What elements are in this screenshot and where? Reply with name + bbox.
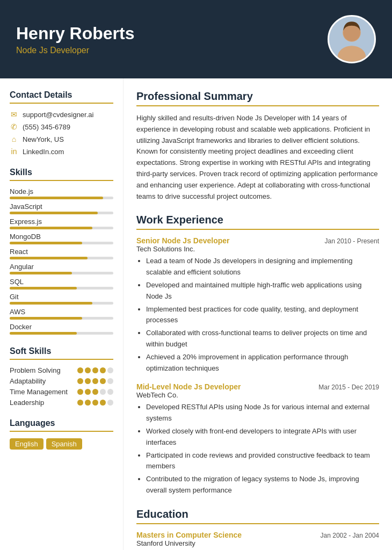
skills-section-title: Skills xyxy=(10,168,113,181)
skill-bar-fill xyxy=(10,332,77,335)
dot-filled xyxy=(100,367,106,373)
work-experience-title: Work Experience xyxy=(136,214,379,230)
contact-icon: ✉ xyxy=(10,110,18,119)
job-bullet: Worked closely with front-end developers… xyxy=(146,426,379,448)
dot-filled xyxy=(77,378,83,384)
dot-empty xyxy=(107,389,113,395)
skill-item: Express.js xyxy=(10,218,113,229)
dot-filled xyxy=(100,378,106,384)
skill-bar-fill xyxy=(10,242,82,244)
skill-bar-fill xyxy=(10,302,92,305)
soft-skill-item: Problem Solving xyxy=(10,366,113,374)
contact-icon: ⌂ xyxy=(10,135,18,143)
skill-bar-fill xyxy=(10,272,72,274)
dot-filled xyxy=(92,389,98,395)
skill-bar-fill xyxy=(10,227,92,229)
contact-icon: in xyxy=(10,147,18,156)
contact-item: inLinkedIn.com xyxy=(10,147,113,156)
skill-bar-bg xyxy=(10,227,113,229)
resume-container: Henry Roberts Node Js Developer Contact … xyxy=(0,0,392,550)
job-bullets: Lead a team of Node Js developers in des… xyxy=(136,256,379,374)
skill-bar-bg xyxy=(10,257,113,259)
skill-item: AWS xyxy=(10,308,113,320)
job-bullet: Implemented best practices for code qual… xyxy=(146,304,379,327)
skill-bar-fill xyxy=(10,287,77,290)
job-dates: Jan 2010 - Present xyxy=(325,237,379,245)
dot-filled xyxy=(85,400,91,406)
job-title: Mid-Level Node Js Developer xyxy=(136,382,241,391)
dot-empty xyxy=(107,400,113,406)
soft-skill-name: Time Management xyxy=(10,388,68,396)
dot-filled xyxy=(92,378,98,384)
skill-bar-bg xyxy=(10,272,113,274)
contact-value: (555) 345-6789 xyxy=(23,123,70,131)
skill-item: Node.js xyxy=(10,187,113,199)
skill-bar-bg xyxy=(10,212,113,214)
soft-skills-section: Soft Skills Problem SolvingAdaptabilityT… xyxy=(10,346,113,407)
job-bullet: Participated in code reviews and provide… xyxy=(146,450,379,473)
skill-bar-bg xyxy=(10,317,113,320)
contact-section-title: Contact Details xyxy=(10,90,113,104)
work-experience-section: Work Experience Senior Node Js Developer… xyxy=(136,214,379,496)
edu-header: Masters in Computer ScienceJan 2002 - Ja… xyxy=(136,531,379,539)
dot-filled xyxy=(85,389,91,395)
contact-section: Contact Details ✉support@cvdesigner.ai✆(… xyxy=(10,90,113,156)
soft-skill-dots xyxy=(77,378,113,384)
candidate-name: Henry Roberts xyxy=(16,24,135,44)
skill-bar-bg xyxy=(10,287,113,290)
sidebar: Contact Details ✉support@cvdesigner.ai✆(… xyxy=(0,78,124,550)
dot-filled xyxy=(77,389,83,395)
languages-section-title: Languages xyxy=(10,418,113,432)
job-bullet: Developed and maintained multiple high-t… xyxy=(146,280,379,302)
skill-item: Angular xyxy=(10,263,113,274)
contact-item: ✉support@cvdesigner.ai xyxy=(10,110,113,119)
soft-skills-list: Problem SolvingAdaptabilityTime Manageme… xyxy=(10,366,113,407)
language-tag: English xyxy=(10,438,43,450)
job-title: Senior Node Js Developer xyxy=(136,236,230,245)
soft-skill-name: Adaptability xyxy=(10,377,46,385)
main-content: Professional Summary Highly skilled and … xyxy=(124,78,392,550)
skill-bar-bg xyxy=(10,332,113,335)
skill-bar-fill xyxy=(10,212,98,214)
skill-name: AWS xyxy=(10,308,113,316)
language-tag: Spanish xyxy=(46,438,82,450)
skill-item: JavaScript xyxy=(10,202,113,214)
dot-filled xyxy=(85,367,91,373)
dot-filled xyxy=(92,400,98,406)
soft-skills-section-title: Soft Skills xyxy=(10,346,113,360)
skill-name: Node.js xyxy=(10,187,113,196)
contact-icon: ✆ xyxy=(10,122,18,131)
soft-skill-name: Problem Solving xyxy=(10,366,61,374)
job-item: Senior Node Js DeveloperJan 2010 - Prese… xyxy=(136,236,379,374)
skill-bar-fill xyxy=(10,197,103,199)
soft-skill-dots xyxy=(77,367,113,373)
soft-skill-item: Adaptability xyxy=(10,377,113,385)
soft-skill-dots xyxy=(77,389,113,395)
dot-filled xyxy=(100,400,106,406)
job-item: Mid-Level Node Js DeveloperMar 2015 - De… xyxy=(136,382,379,496)
dot-empty xyxy=(107,378,113,384)
languages-section: Languages EnglishSpanish xyxy=(10,418,113,450)
skill-name: Git xyxy=(10,293,113,301)
dot-filled xyxy=(77,367,83,373)
edu-school: Stanford University xyxy=(136,539,379,547)
skill-item: Git xyxy=(10,293,113,305)
job-bullet: Collaborated with cross-functional teams… xyxy=(146,328,379,350)
dot-filled xyxy=(77,400,83,406)
education-title: Education xyxy=(136,508,379,524)
skill-item: SQL xyxy=(10,278,113,290)
contact-list: ✉support@cvdesigner.ai✆(555) 345-6789⌂Ne… xyxy=(10,110,113,156)
education-list: Masters in Computer ScienceJan 2002 - Ja… xyxy=(136,531,379,550)
job-company: WebTech Co. xyxy=(136,391,379,399)
skills-list: Node.jsJavaScriptExpress.jsMongoDBReactA… xyxy=(10,187,113,335)
skill-item: Docker xyxy=(10,323,113,335)
skill-bar-fill xyxy=(10,317,82,320)
soft-skill-dots xyxy=(77,400,113,406)
contact-item: ⌂NewYork, US xyxy=(10,135,113,143)
contact-value: NewYork, US xyxy=(23,135,64,143)
job-bullet: Developed RESTful APIs using Node Js for… xyxy=(146,402,379,424)
job-bullets: Developed RESTful APIs using Node Js for… xyxy=(136,402,379,496)
skill-name: JavaScript xyxy=(10,202,113,211)
jobs-list: Senior Node Js DeveloperJan 2010 - Prese… xyxy=(136,236,379,496)
body: Contact Details ✉support@cvdesigner.ai✆(… xyxy=(0,78,392,550)
